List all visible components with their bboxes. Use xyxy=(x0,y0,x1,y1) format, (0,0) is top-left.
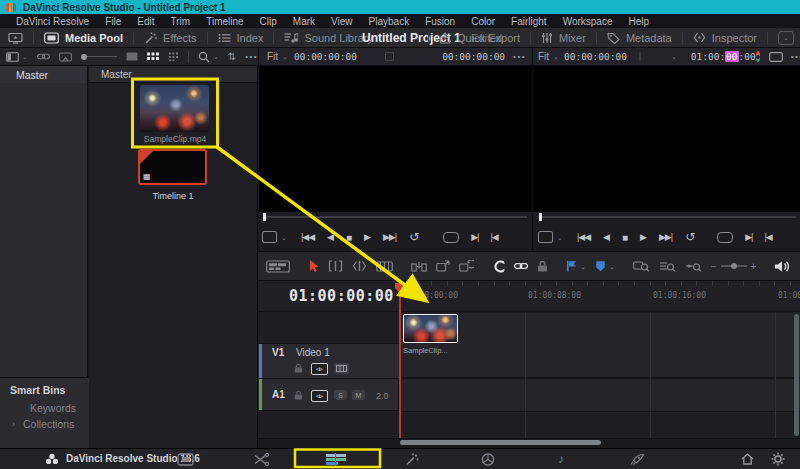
cinema-viewer-icon[interactable] xyxy=(8,32,23,44)
timeline-scrub-playhead[interactable] xyxy=(539,213,542,221)
track-filmstrip-button[interactable] xyxy=(334,363,349,374)
cue-out-button[interactable]: ▶| xyxy=(471,232,478,242)
home-button[interactable] xyxy=(741,453,754,465)
menu-file[interactable]: File xyxy=(97,16,129,27)
cue-out-button[interactable]: ▶| xyxy=(745,232,752,242)
track-solo-button[interactable]: S xyxy=(334,390,347,400)
playhead-timecode[interactable]: 01:00:00:00 xyxy=(289,287,394,305)
timeline-zoom-select[interactable]: Fit xyxy=(538,51,549,62)
menu-mark[interactable]: Mark xyxy=(285,16,323,27)
source-timecode-out[interactable]: 00:00:00:00 xyxy=(442,51,505,62)
linked-selection-icon[interactable] xyxy=(514,261,528,271)
play-button[interactable]: ▶ xyxy=(364,232,370,242)
sound-library-button[interactable]: Sound Library xyxy=(284,32,373,44)
flag-icon[interactable] xyxy=(566,260,577,272)
source-viewer-more-icon[interactable]: ••• xyxy=(513,52,526,61)
search-icon[interactable] xyxy=(198,51,210,63)
match-frame-icon[interactable] xyxy=(443,232,459,243)
menu-trim[interactable]: Trim xyxy=(163,16,199,27)
timeline-view-options-icon[interactable] xyxy=(266,260,290,273)
zoom-out-icon[interactable]: − xyxy=(711,261,717,272)
inspector-button[interactable]: Inspector xyxy=(693,32,757,44)
track-autoselect-button[interactable]: ◃▹ xyxy=(311,363,328,375)
color-grade-icon[interactable] xyxy=(756,51,760,62)
mixer-button[interactable]: Mixer xyxy=(541,32,586,44)
cue-in-button[interactable]: |◀ xyxy=(764,232,771,242)
quick-export-button[interactable]: Quick Export xyxy=(439,32,520,44)
track-autoselect-button[interactable]: ◃▹ xyxy=(311,390,328,402)
metadata-button[interactable]: Metadata xyxy=(607,32,672,44)
edit-page-button[interactable] xyxy=(326,453,348,466)
menu-color[interactable]: Color xyxy=(463,16,503,27)
cut-page-button[interactable] xyxy=(253,453,270,466)
menu-fairlight[interactable]: Fairlight xyxy=(503,16,555,27)
track-lock-icon[interactable] xyxy=(294,363,303,373)
clip-filter-icon[interactable] xyxy=(59,52,72,62)
media-pool-button[interactable]: Media Pool xyxy=(44,32,123,44)
step-back-button[interactable]: ◀ xyxy=(603,232,609,242)
filmstrip-view-icon[interactable] xyxy=(126,52,138,61)
overwrite-clip-icon[interactable] xyxy=(436,260,450,272)
ruler-ticks-area[interactable]: 01:00:00:00 01:00:08:00 01:00:16:00 01:0… xyxy=(400,281,800,311)
timeline-timecode-in[interactable]: 00:00:00:00 xyxy=(564,51,627,62)
chevron-down-icon[interactable]: ⌄ xyxy=(609,263,615,270)
razor-edit-mode-icon[interactable] xyxy=(352,260,367,272)
loop-button[interactable]: ↺ xyxy=(685,230,695,244)
timeline-clip-thumbnail[interactable] xyxy=(403,314,458,343)
trim-edit-mode-icon[interactable] xyxy=(328,260,343,272)
chevron-down-icon[interactable]: ⌄ xyxy=(282,53,288,60)
video-track-header[interactable]: V1 Video 1 ◃▹ xyxy=(258,343,400,380)
media-clip-timeline1[interactable]: ▦ Timeline 1 xyxy=(131,147,215,205)
audio-track-lane[interactable] xyxy=(400,379,800,412)
zoom-in-icon[interactable]: + xyxy=(751,261,757,272)
play-button[interactable]: ▶ xyxy=(640,232,646,242)
video-track-id[interactable]: V1 xyxy=(272,347,284,358)
usage-link-icon[interactable] xyxy=(37,52,50,61)
menu-workspace[interactable]: Workspace xyxy=(555,16,621,27)
position-lock-icon[interactable] xyxy=(537,260,548,272)
source-scrub-playhead[interactable] xyxy=(263,213,266,221)
marker-icon[interactable] xyxy=(595,260,606,272)
audio-monitor-icon[interactable] xyxy=(774,260,790,273)
horizontal-scrollbar[interactable] xyxy=(400,440,601,445)
zoom-full-extent-icon[interactable] xyxy=(633,260,650,272)
zoom-detail-icon[interactable] xyxy=(659,260,676,272)
audio-track-id[interactable]: A1 xyxy=(272,389,285,400)
thumbnail-view-icon[interactable] xyxy=(147,52,160,62)
color-page-button[interactable] xyxy=(481,453,495,466)
source-scrub-bar[interactable] xyxy=(263,216,527,218)
dynamic-trim-icon[interactable] xyxy=(376,261,393,272)
source-viewer-screen[interactable] xyxy=(259,66,532,212)
timeline-timecode-current[interactable]: 01:00:00:00 xyxy=(691,51,756,62)
index-button[interactable]: Index xyxy=(218,32,264,44)
menu-edit[interactable]: Edit xyxy=(129,16,162,27)
effects-button[interactable]: Effects xyxy=(144,32,196,44)
selection-mode-cursor-icon[interactable] xyxy=(308,259,319,273)
bin-panel-toggle-icon[interactable] xyxy=(6,52,19,62)
go-last-frame-button[interactable]: ▶▶| xyxy=(659,232,672,242)
fairlight-page-button[interactable]: ♪ xyxy=(558,452,564,466)
zoom-custom-icon[interactable] xyxy=(685,260,702,272)
source-viewmode-icon[interactable] xyxy=(262,231,277,243)
source-timecode-in[interactable]: 00:00:00:00 xyxy=(294,51,357,62)
media-page-button[interactable] xyxy=(177,453,194,466)
deliver-page-button[interactable] xyxy=(630,453,645,466)
menu-help[interactable]: Help xyxy=(620,16,657,27)
timeline-viewer-screen[interactable] xyxy=(533,66,800,212)
sort-icon[interactable]: ⇅ xyxy=(228,51,236,62)
track-mute-button[interactable]: M xyxy=(352,390,365,400)
insert-clip-icon[interactable] xyxy=(411,260,427,272)
display-mode-icon[interactable] xyxy=(769,52,783,62)
timeline-ruler[interactable]: 01:00:00:00 01:00:00:00 01:00:08:00 01:0… xyxy=(258,281,800,312)
timeline-viewer-more-icon[interactable]: ••• xyxy=(791,52,800,61)
thumbnail-size-slider[interactable] xyxy=(81,54,117,60)
timeline-thumbnail[interactable]: ▦ xyxy=(138,149,207,185)
menu-davinci-resolve[interactable]: DaVinci Resolve xyxy=(8,16,97,27)
resolve-logo-icon[interactable] xyxy=(45,453,59,465)
track-lock-icon[interactable] xyxy=(294,390,303,400)
stop-button[interactable]: ■ xyxy=(346,232,351,243)
collections-expand-icon[interactable]: › xyxy=(12,420,15,429)
cue-in-button[interactable]: |◀ xyxy=(490,232,497,242)
chevron-down-icon[interactable]: ⌄ xyxy=(213,53,219,60)
chevron-down-icon[interactable]: ⌄ xyxy=(671,53,677,60)
